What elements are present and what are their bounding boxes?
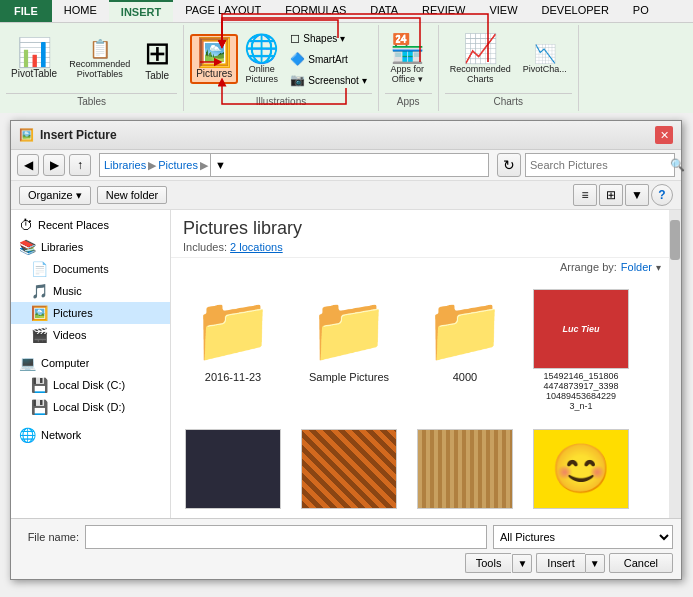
table-button[interactable]: ⊞ Table	[137, 33, 177, 85]
arrange-bar: Arrange by: Folder ▾	[171, 258, 669, 276]
thumb-dark	[185, 429, 281, 509]
file-tab[interactable]: FILE	[0, 0, 52, 22]
file-item-red-text[interactable]: Luc Tieu 15492146_1518064474873917_33981…	[527, 284, 635, 416]
search-icon[interactable]: 🔍	[670, 158, 685, 172]
filename-label: File name:	[19, 531, 79, 543]
pictures-icon: 🖼️	[197, 39, 232, 67]
file-item-plaid[interactable]	[295, 424, 403, 516]
tab-data[interactable]: DATA	[358, 0, 410, 22]
shapes-icon: ◻	[290, 31, 300, 45]
file-item-sample[interactable]: 📁 Sample Pictures	[295, 284, 403, 416]
file-item-dark[interactable]	[179, 424, 287, 516]
dialog-close-button[interactable]: ✕	[655, 126, 673, 144]
recommended-charts-button[interactable]: 📈 RecommendedCharts	[445, 31, 516, 88]
sidebar-item-recent-places[interactable]: ⏱ Recent Places	[11, 214, 170, 236]
tools-button-group: Tools ▼	[465, 553, 533, 573]
filename-input[interactable]	[85, 525, 487, 549]
new-folder-button[interactable]: New folder	[97, 186, 168, 204]
sidebar-item-music[interactable]: 🎵 Music	[11, 280, 170, 302]
insert-main-button[interactable]: Insert	[536, 553, 585, 573]
scrollbar[interactable]	[669, 210, 681, 518]
file-item-4000[interactable]: 📁 4000	[411, 284, 519, 416]
library-title: Pictures library	[183, 218, 657, 239]
sidebar-item-local-c[interactable]: 💾 Local Disk (C:)	[11, 374, 170, 396]
organize-label: Organize ▾	[28, 189, 82, 202]
apps-office-button[interactable]: 🏪 Apps forOffice ▾	[385, 31, 430, 88]
scroll-thumb[interactable]	[670, 220, 680, 260]
help-button[interactable]: ?	[651, 184, 673, 206]
tab-po[interactable]: PO	[621, 0, 661, 22]
smartart-button[interactable]: 🔷 SmartArt	[285, 49, 371, 69]
search-box: 🔍	[525, 153, 675, 177]
tools-dropdown-button[interactable]: ▼	[512, 554, 532, 573]
dialog-bottom: File name: All Pictures All Files JPEG F…	[11, 518, 681, 579]
dialog-title-text: Insert Picture	[40, 128, 117, 142]
documents-icon: 📄	[31, 261, 48, 277]
sidebar-item-videos[interactable]: 🎬 Videos	[11, 324, 170, 346]
smartart-icon: 🔷	[290, 52, 305, 66]
tools-main-button[interactable]: Tools	[465, 553, 512, 573]
apps-office-icon: 🏪	[390, 35, 425, 63]
libraries-icon: 📚	[19, 239, 36, 255]
arrange-chevron[interactable]: ▾	[656, 262, 661, 273]
refresh-button[interactable]: ↻	[497, 153, 521, 177]
dialog-title-icon: 🖼️	[19, 128, 34, 142]
dialog-nav-toolbar: ◀ ▶ ↑ Libraries ▶ Pictures ▶ ▼ ↻ 🔍	[11, 150, 681, 181]
computer-icon: 💻	[19, 355, 36, 371]
local-c-icon: 💾	[31, 377, 48, 393]
view-grid-button[interactable]: ⊞	[599, 184, 623, 206]
pivot-chart-button[interactable]: 📉 PivotCha...	[518, 41, 572, 78]
folder-2016-icon: 📁	[193, 292, 273, 367]
tab-insert[interactable]: INSERT	[109, 0, 173, 22]
recommended-pivot-button[interactable]: 📋 RecommendedPivotTables	[64, 36, 135, 83]
file-item-2016[interactable]: 📁 2016-11-23	[179, 284, 287, 416]
breadcrumb-dropdown[interactable]: ▼	[210, 153, 230, 177]
file-name-4000: 4000	[453, 371, 477, 383]
search-input[interactable]	[530, 159, 668, 171]
organize-button[interactable]: Organize ▾	[19, 186, 91, 205]
sidebar-item-network[interactable]: 🌐 Network	[11, 424, 170, 446]
view-list-button[interactable]: ≡	[573, 184, 597, 206]
tab-view[interactable]: VIEW	[477, 0, 529, 22]
sidebar-item-pictures[interactable]: 🖼️ Pictures	[11, 302, 170, 324]
up-button[interactable]: ↑	[69, 154, 91, 176]
thumb-plaid	[301, 429, 397, 509]
cancel-button[interactable]: Cancel	[609, 553, 673, 573]
sidebar-item-documents[interactable]: 📄 Documents	[11, 258, 170, 280]
filetype-select[interactable]: All Pictures All Files JPEG Files PNG Fi…	[493, 525, 673, 549]
file-name-sample: Sample Pictures	[309, 371, 389, 383]
file-item-smiley[interactable]: 😊	[527, 424, 635, 516]
tab-developer[interactable]: DEVELOPER	[530, 0, 621, 22]
sidebar-item-computer[interactable]: 💻 Computer	[11, 352, 170, 374]
tab-review[interactable]: REVIEW	[410, 0, 477, 22]
thumb-smiley: 😊	[533, 429, 629, 509]
screenshot-button[interactable]: 📷 Screenshot ▾	[285, 70, 371, 90]
shapes-button[interactable]: ◻ Shapes ▾	[285, 28, 371, 48]
sidebar-item-local-d[interactable]: 💾 Local Disk (D:)	[11, 396, 170, 418]
breadcrumb-pictures[interactable]: Pictures	[158, 159, 198, 171]
insert-button-group: Insert ▼	[536, 553, 604, 573]
back-button[interactable]: ◀	[17, 154, 39, 176]
library-locations-link[interactable]: 2 locations	[230, 241, 283, 253]
recommended-pivot-icon: 📋	[89, 40, 111, 58]
file-name-long: 15492146_1518064474873917_33981048945368…	[543, 371, 618, 411]
pivot-table-button[interactable]: 📊 PivotTable	[6, 35, 62, 83]
breadcrumb-libraries[interactable]: Libraries	[104, 159, 146, 171]
file-name-2016: 2016-11-23	[205, 371, 261, 383]
insert-dropdown-button[interactable]: ▼	[585, 554, 605, 573]
pivot-table-icon: 📊	[17, 39, 52, 67]
pictures-button[interactable]: 🖼️ Pictures	[190, 34, 238, 84]
tab-formulas[interactable]: FORMULAS	[273, 0, 358, 22]
arrange-dropdown[interactable]: Folder	[621, 261, 652, 273]
insert-picture-dialog[interactable]: 🖼️ Insert Picture ✕ ◀ ▶ ↑ Libraries ▶ Pi…	[10, 120, 682, 580]
tab-page-layout[interactable]: PAGE LAYOUT	[173, 0, 273, 22]
music-icon: 🎵	[31, 283, 48, 299]
sidebar-item-libraries[interactable]: 📚 Libraries	[11, 236, 170, 258]
online-pictures-button[interactable]: 🌐 OnlinePictures	[239, 31, 284, 88]
tab-home[interactable]: HOME	[52, 0, 109, 22]
forward-button[interactable]: ▶	[43, 154, 65, 176]
recent-places-icon: ⏱	[19, 217, 33, 233]
online-pictures-icon: 🌐	[244, 35, 279, 63]
file-item-fabric[interactable]	[411, 424, 519, 516]
view-more-button[interactable]: ▼	[625, 184, 649, 206]
